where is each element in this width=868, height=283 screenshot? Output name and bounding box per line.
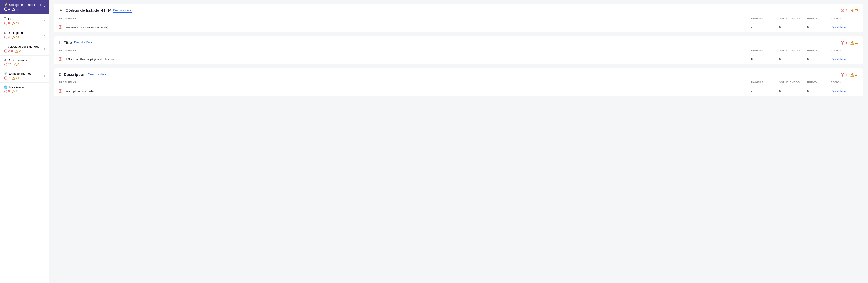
chevron-right-icon: › (44, 33, 45, 37)
table-header: PROBLEMAS PÁGINAS SOLUCIONADO NUEVO ACCI… (54, 79, 863, 86)
section-header: U Description Descripción ▾ 4 (54, 68, 863, 79)
sidebar-item-http-status[interactable]: ⚡ Código de Estado HTTP 4 (0, 0, 49, 14)
col-action: ACCIÓN (831, 81, 859, 84)
sidebar-item-description[interactable]: U Description 4 (0, 28, 49, 42)
section-header-right: 4 78 (841, 9, 859, 12)
section-header-right: 8 19 (841, 41, 859, 45)
section-pulse-icon (59, 8, 63, 13)
section-header-left: U Description Descripción ▾ (59, 72, 106, 77)
error-icon (4, 22, 7, 25)
sidebar-item-internal-links[interactable]: 🔗 Enlaces Internos 7 (0, 69, 49, 83)
badge-error: 5 (4, 90, 10, 93)
badge-warn: 2 (15, 49, 21, 53)
sidebar-item-left: ↺ Redirecciones 28 (4, 58, 27, 66)
description-label: Descripción (74, 40, 90, 44)
badge-error: 28 (4, 63, 11, 66)
sidebar-item-label: Enlaces Internos (9, 72, 31, 76)
section-header-right: 4 24 (841, 73, 859, 77)
sidebar-item-label: Redirecciones (8, 58, 27, 62)
sidebar-item-label: Title (8, 17, 13, 21)
section-warn-count: 24 (850, 73, 859, 77)
description-button[interactable]: Descripción ▾ (113, 8, 132, 13)
svg-point-65 (852, 76, 852, 76)
svg-point-14 (6, 38, 6, 38)
pages-value: 4 (751, 89, 779, 93)
table-row: URLs con titles de página duplicados 8 0… (54, 54, 863, 64)
action-link[interactable]: Restablecer (831, 89, 859, 93)
link-icon: 🔗 (4, 72, 7, 76)
section-title: Title (64, 40, 72, 45)
sidebar-item-label: Código de Estado HTTP (9, 3, 42, 6)
svg-point-2 (6, 9, 6, 10)
item-title-row: ⚡ Código de Estado HTTP (4, 3, 42, 6)
sidebar-item-label: Description (8, 31, 23, 34)
badge-error: 248 (4, 49, 13, 53)
badge-warn: 0 (13, 63, 19, 66)
col-problems: PROBLEMAS (59, 81, 751, 84)
sidebar-item-left: U Description 4 (4, 31, 23, 39)
description-button[interactable]: Descripción ▾ (88, 72, 106, 77)
item-title-row: U Description (4, 31, 23, 35)
svg-point-32 (6, 79, 6, 79)
sidebar-item-left: 🌐 Localización 5 (4, 85, 26, 93)
item-title-row: ↺ Redirecciones (4, 58, 27, 62)
col-pages: PÁGINAS (751, 17, 779, 20)
sidebar-item-site-speed[interactable]: ⇌ Velocidad del Sitio Web 248 (0, 42, 49, 56)
badge-error: 4 (4, 36, 10, 39)
chevron-down-icon: ▾ (105, 73, 106, 76)
chevron-right-icon: › (44, 61, 45, 64)
col-new: NUEVO (807, 17, 831, 20)
col-action: ACCIÓN (831, 49, 859, 52)
problem-text: Description duplicada (65, 89, 94, 93)
svg-point-59 (60, 60, 61, 60)
table-header: PROBLEMAS PÁGINAS SOLUCIONADO NUEVO ACCI… (54, 15, 863, 22)
pages-value: 4 (751, 25, 779, 29)
svg-point-5 (13, 10, 14, 10)
col-problems: PROBLEMAS (59, 49, 751, 52)
svg-point-56 (852, 44, 852, 44)
solved-value: 0 (779, 89, 807, 93)
speed-icon: ⇌ (4, 45, 6, 48)
svg-point-26 (6, 65, 6, 65)
description-button[interactable]: Descripción ▾ (74, 40, 93, 45)
sidebar-item-label: Localización (9, 85, 26, 89)
new-value: 0 (807, 57, 831, 61)
item-badges: 248 2 (4, 49, 39, 53)
chevron-right-icon: › (44, 47, 45, 51)
item-badges: 8 19 (4, 22, 19, 25)
col-new: NUEVO (807, 49, 831, 52)
title-icon: T (4, 17, 6, 21)
badge-warn: 19 (12, 22, 19, 25)
sidebar-item-title[interactable]: T Title 8 (0, 14, 49, 28)
badge-warn: 34 (12, 76, 19, 80)
sidebar-item-left: ⚡ Código de Estado HTTP 4 (4, 3, 42, 11)
action-link[interactable]: Restablecer (831, 25, 859, 29)
svg-point-23 (17, 52, 17, 52)
solved-value: 0 (779, 25, 807, 29)
sidebar-item-left: T Title 8 (4, 17, 19, 25)
problem-cell: Description duplicada (59, 89, 751, 93)
error-icon (4, 7, 7, 11)
sidebar-item-redirects[interactable]: ↺ Redirecciones 28 (0, 56, 49, 69)
badge-warn: 78 (12, 7, 19, 11)
section-error-count: 8 (841, 41, 847, 45)
item-badges: 4 78 (4, 7, 42, 11)
solved-value: 0 (779, 57, 807, 61)
badge-error: 7 (4, 76, 10, 80)
section-header: Código de Estado HTTP Descripción ▾ 4 (54, 4, 863, 15)
col-solved: SOLUCIONADO (779, 81, 807, 84)
problem-text: URLs con titles de página duplicados (65, 57, 115, 61)
section-title: Description (64, 73, 86, 77)
badge-warn: 24 (12, 36, 19, 39)
svg-point-62 (842, 75, 843, 76)
chevron-right-icon: › (44, 19, 45, 22)
action-link[interactable]: Restablecer (831, 57, 859, 61)
error-icon (4, 76, 7, 80)
badge-error: 8 (4, 22, 10, 25)
problem-cell: Imágenes 4XX (no encontradas) (59, 25, 751, 29)
sidebar-item-left: 🔗 Enlaces Internos 7 (4, 72, 31, 80)
col-solved: SOLUCIONADO (779, 17, 807, 20)
svg-point-53 (842, 43, 843, 44)
sidebar-item-localization[interactable]: 🌐 Localización 5 (0, 83, 49, 96)
problem-cell: URLs con titles de página duplicados (59, 57, 751, 61)
